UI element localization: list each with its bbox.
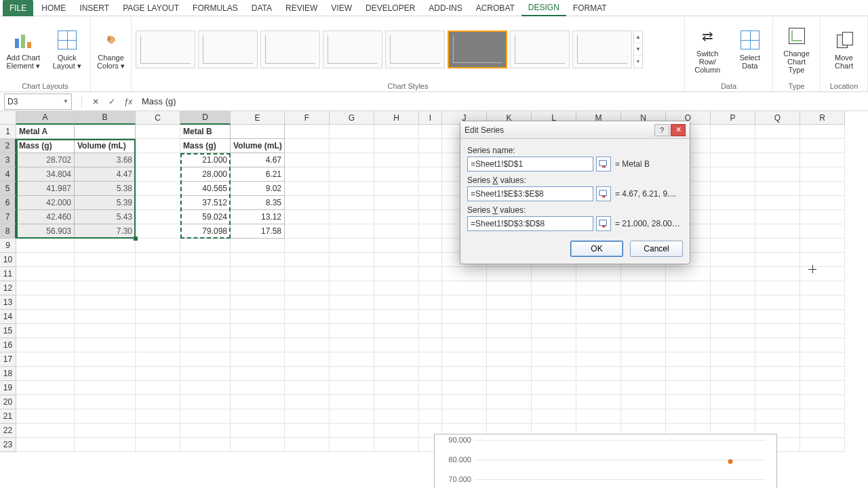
- cell-I18[interactable]: [419, 367, 442, 381]
- cell-K16[interactable]: [487, 338, 532, 352]
- cell-G23[interactable]: [330, 438, 374, 452]
- cell-C13[interactable]: [136, 296, 180, 310]
- cell-B9[interactable]: [75, 239, 136, 253]
- cell-N12[interactable]: [621, 281, 666, 296]
- cell-I9[interactable]: [419, 239, 442, 253]
- cell-P3[interactable]: [711, 153, 755, 167]
- cell-M21[interactable]: [576, 409, 621, 424]
- cell-L19[interactable]: [532, 381, 576, 395]
- cell-A9[interactable]: [16, 239, 75, 253]
- cell-O16[interactable]: [666, 338, 711, 352]
- series-name-input[interactable]: =Sheet1!$D$1: [467, 157, 593, 171]
- cell-K12[interactable]: [487, 281, 532, 296]
- cell-H14[interactable]: [374, 310, 419, 324]
- row-header-21[interactable]: 21: [0, 409, 16, 424]
- cell-F16[interactable]: [285, 338, 330, 352]
- cell-D1[interactable]: Metal B: [180, 125, 231, 139]
- cell-A12[interactable]: [16, 281, 75, 296]
- cell-B21[interactable]: [75, 409, 136, 424]
- cell-P15[interactable]: [711, 324, 755, 338]
- cell-M18[interactable]: [576, 367, 621, 381]
- cell-B20[interactable]: [75, 395, 136, 409]
- cell-J13[interactable]: [442, 296, 487, 310]
- cell-P7[interactable]: [711, 210, 755, 224]
- cell-N15[interactable]: [621, 324, 666, 338]
- cell-B11[interactable]: [75, 267, 136, 281]
- cell-I14[interactable]: [419, 310, 442, 324]
- column-header-H[interactable]: H: [374, 111, 419, 125]
- cell-O17[interactable]: [666, 352, 711, 367]
- cell-E5[interactable]: 9.02: [231, 182, 285, 196]
- tab-view[interactable]: VIEW: [324, 0, 359, 16]
- cell-J16[interactable]: [442, 338, 487, 352]
- cancel-edit-button[interactable]: ✕: [89, 95, 102, 108]
- cell-E18[interactable]: [231, 367, 285, 381]
- cell-R20[interactable]: [800, 395, 845, 409]
- cell-R11[interactable]: [800, 267, 845, 281]
- cell-Q2[interactable]: [755, 139, 800, 153]
- cell-B10[interactable]: [75, 253, 136, 267]
- cell-Q20[interactable]: [755, 395, 800, 409]
- cell-O14[interactable]: [666, 310, 711, 324]
- cell-K18[interactable]: [487, 367, 532, 381]
- series-x-input[interactable]: =Sheet1!$E$3:$E$8: [467, 186, 593, 201]
- cell-P8[interactable]: [711, 224, 755, 239]
- cell-B3[interactable]: 3.68: [75, 153, 136, 167]
- cell-C11[interactable]: [136, 267, 180, 281]
- cell-G16[interactable]: [330, 338, 374, 352]
- cell-H11[interactable]: [374, 267, 419, 281]
- cell-R10[interactable]: [800, 253, 845, 267]
- cell-O12[interactable]: [666, 281, 711, 296]
- cell-H13[interactable]: [374, 296, 419, 310]
- cell-C16[interactable]: [136, 338, 180, 352]
- cell-A8[interactable]: 56.903: [16, 224, 75, 239]
- cell-I4[interactable]: [419, 167, 442, 182]
- column-header-G[interactable]: G: [330, 111, 374, 125]
- cell-D21[interactable]: [180, 409, 231, 424]
- cell-H10[interactable]: [374, 253, 419, 267]
- cell-G7[interactable]: [330, 210, 374, 224]
- cell-E4[interactable]: 6.21: [231, 167, 285, 182]
- row-header-15[interactable]: 15: [0, 324, 16, 338]
- cell-G21[interactable]: [330, 409, 374, 424]
- cell-H5[interactable]: [374, 182, 419, 196]
- cell-Q14[interactable]: [755, 310, 800, 324]
- cell-P9[interactable]: [711, 239, 755, 253]
- column-header-A[interactable]: A: [16, 111, 75, 125]
- cell-G22[interactable]: [330, 424, 374, 438]
- tab-insert[interactable]: INSERT: [73, 0, 116, 16]
- cell-J14[interactable]: [442, 310, 487, 324]
- cell-R15[interactable]: [800, 324, 845, 338]
- cell-A4[interactable]: 34.804: [16, 167, 75, 182]
- cell-D2[interactable]: Mass (g): [180, 139, 231, 153]
- cell-G6[interactable]: [330, 196, 374, 210]
- cell-C2[interactable]: [136, 139, 180, 153]
- chart-object[interactable]: 90.00080.00070.00060.00050.00040.00030.0…: [434, 434, 777, 488]
- cell-P6[interactable]: [711, 196, 755, 210]
- cell-P5[interactable]: [711, 182, 755, 196]
- cell-C23[interactable]: [136, 438, 180, 452]
- cell-L20[interactable]: [532, 395, 576, 409]
- cell-G17[interactable]: [330, 352, 374, 367]
- cell-E1[interactable]: [231, 125, 285, 139]
- row-header-20[interactable]: 20: [0, 395, 16, 409]
- cell-F17[interactable]: [285, 352, 330, 367]
- cell-F14[interactable]: [285, 310, 330, 324]
- cell-B7[interactable]: 5.43: [75, 210, 136, 224]
- row-header-5[interactable]: 5: [0, 182, 16, 196]
- row-header-14[interactable]: 14: [0, 310, 16, 324]
- cell-B12[interactable]: [75, 281, 136, 296]
- cell-D11[interactable]: [180, 267, 231, 281]
- tab-formulas[interactable]: FORMULAS: [186, 0, 245, 16]
- cell-P2[interactable]: [711, 139, 755, 153]
- dialog-titlebar[interactable]: Edit Series ? ✕: [460, 121, 690, 139]
- cell-M16[interactable]: [576, 338, 621, 352]
- column-header-B[interactable]: B: [75, 111, 136, 125]
- cell-D6[interactable]: 37.512: [180, 196, 231, 210]
- cell-H16[interactable]: [374, 338, 419, 352]
- tab-page-layout[interactable]: PAGE LAYOUT: [116, 0, 186, 16]
- chart-style-thumb[interactable]: [136, 30, 195, 68]
- row-header-17[interactable]: 17: [0, 352, 16, 367]
- cell-D22[interactable]: [180, 424, 231, 438]
- cell-D12[interactable]: [180, 281, 231, 296]
